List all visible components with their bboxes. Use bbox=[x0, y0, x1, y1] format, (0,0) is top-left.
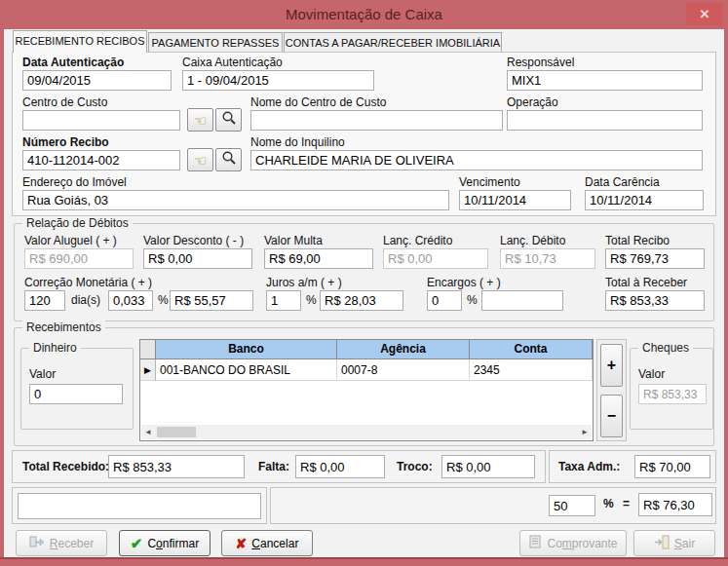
recebimentos-legend: Recebimentos bbox=[22, 321, 105, 334]
juros-label: Juros a/m ( + ) bbox=[266, 277, 342, 289]
total-receber-input[interactable] bbox=[605, 290, 705, 311]
comprovante-button: Comprovante bbox=[519, 530, 627, 556]
juros-valor-input[interactable] bbox=[320, 290, 403, 311]
lanc-credito-input bbox=[383, 248, 488, 269]
remove-row-button[interactable]: − bbox=[600, 395, 623, 437]
percent-input[interactable] bbox=[549, 495, 595, 516]
data-autenticacao-input[interactable] bbox=[22, 70, 172, 91]
totals-panel: Total Recebido: Falta: Troco: bbox=[12, 450, 546, 483]
data-carencia-label: Data Carência bbox=[585, 176, 660, 189]
juros-percent-sign: % bbox=[306, 294, 317, 307]
valor-aluguel-label: Valor Aluguel ( + ) bbox=[24, 235, 117, 247]
grid-indicator-header bbox=[140, 340, 156, 359]
correcao-percent-sign: % bbox=[158, 294, 169, 307]
debitos-groupbox: Relação de Débitos Valor Aluguel ( + ) V… bbox=[14, 223, 714, 321]
numero-recibo-input[interactable] bbox=[22, 150, 180, 170]
grid-buttons-strip: + − bbox=[596, 339, 627, 441]
total-recebido-input[interactable] bbox=[108, 455, 245, 478]
grid-row-banco-brasil[interactable]: ▶ 001-BANCO DO BRASIL 0007-8 2345 bbox=[140, 359, 593, 381]
numero-recibo-label: Número Recibo bbox=[22, 136, 109, 149]
lanc-debito-input bbox=[500, 248, 595, 269]
grid-cell-conta[interactable]: 2345 bbox=[470, 359, 593, 381]
correcao-monetaria-label: Correção Monetária ( + ) bbox=[24, 277, 152, 289]
falta-input[interactable] bbox=[295, 455, 385, 478]
identification-panel: Data Autenticação Caixa Autenticação Res… bbox=[12, 52, 716, 216]
correcao-dias-suffix: dia(s) bbox=[71, 294, 100, 307]
grid-cell-banco[interactable]: 001-BANCO DO BRASIL bbox=[156, 359, 337, 381]
endereco-imovel-input[interactable] bbox=[22, 190, 449, 210]
troco-input[interactable] bbox=[441, 455, 535, 478]
data-carencia-input[interactable] bbox=[585, 190, 704, 210]
numero-recibo-pick-button[interactable]: ☜ bbox=[187, 148, 213, 171]
correcao-taxa-input[interactable] bbox=[108, 290, 153, 311]
correcao-valor-input[interactable] bbox=[170, 290, 253, 311]
scrollbar-thumb[interactable] bbox=[157, 427, 196, 437]
close-icon: ✕ bbox=[700, 7, 710, 21]
dinheiro-valor-label: Valor bbox=[29, 368, 56, 381]
valor-aluguel-input bbox=[24, 248, 134, 269]
scroll-right-icon[interactable]: ► bbox=[578, 428, 592, 436]
encargos-percent-sign: % bbox=[467, 294, 478, 307]
taxa-adm-label: Taxa Adm.: bbox=[558, 461, 620, 473]
caixa-autenticacao-input[interactable] bbox=[182, 70, 374, 91]
sair-label: Sair bbox=[674, 537, 695, 550]
cheques-groupbox: Cheques Valor bbox=[630, 348, 713, 430]
exit-door-icon bbox=[654, 535, 670, 552]
numero-recibo-search-button[interactable] bbox=[215, 148, 242, 171]
vencimento-label: Vencimento bbox=[459, 176, 520, 189]
encargos-valor-input[interactable] bbox=[481, 290, 563, 311]
correcao-dias-input[interactable] bbox=[24, 290, 65, 311]
dinheiro-valor-input[interactable] bbox=[29, 384, 123, 404]
bottom-border-line bbox=[0, 557, 728, 559]
tab-recebimento-recibos[interactable]: RECEBIMENTO RECIBOS bbox=[13, 30, 147, 53]
tab-pagamento-repasses[interactable]: PAGAMENTO REPASSES bbox=[148, 32, 283, 53]
comprovante-label: Comprovante bbox=[547, 537, 617, 550]
dialog-window: Movimentação de Caixa ✕ RECEBIMENTO RECI… bbox=[0, 0, 728, 566]
valor-multa-label: Valor Multa bbox=[264, 235, 323, 247]
scroll-left-icon[interactable]: ◄ bbox=[141, 428, 155, 436]
responsavel-input[interactable] bbox=[507, 70, 703, 91]
centro-custo-label: Centro de Custo bbox=[22, 96, 107, 109]
total-recibo-input[interactable] bbox=[605, 248, 705, 269]
juros-taxa-input[interactable] bbox=[266, 290, 301, 311]
close-button[interactable]: ✕ bbox=[686, 3, 723, 25]
dinheiro-legend: Dinheiro bbox=[29, 341, 81, 355]
centro-custo-search-button[interactable] bbox=[215, 108, 242, 132]
lanc-debito-label: Lanç. Débito bbox=[500, 235, 565, 247]
percentual-panel: % = bbox=[270, 487, 716, 524]
receber-button: Receber bbox=[16, 530, 107, 556]
cross-icon: ✘ bbox=[236, 537, 248, 550]
debitos-legend: Relação de Débitos bbox=[22, 216, 133, 230]
cancelar-button[interactable]: ✘ Cancelar bbox=[221, 530, 313, 556]
grid-col-agencia: Agência bbox=[337, 340, 470, 359]
total-recebido-label: Total Recebido: bbox=[22, 461, 109, 473]
responsavel-label: Responsável bbox=[507, 57, 574, 69]
taxa-adm-input[interactable] bbox=[634, 455, 710, 478]
encargos-taxa-input[interactable] bbox=[427, 290, 462, 311]
valor-multa-input[interactable] bbox=[264, 248, 373, 269]
grid-cell-agencia[interactable]: 0007-8 bbox=[337, 359, 470, 381]
comprovante-icon bbox=[528, 535, 542, 552]
add-row-button[interactable]: + bbox=[600, 344, 623, 387]
operacao-input[interactable] bbox=[507, 110, 703, 131]
nome-centro-custo-input[interactable] bbox=[250, 110, 503, 131]
grid-horizontal-scrollbar[interactable]: ◄ ► bbox=[141, 425, 592, 439]
row-indicator-icon: ▶ bbox=[140, 359, 156, 381]
tab-contas-pagar-receber[interactable]: CONTAS A PAGAR/RECEBER IMOBILIÁRIA bbox=[284, 32, 502, 53]
nome-inquilino-input[interactable] bbox=[250, 150, 703, 170]
magnifier-icon bbox=[221, 110, 237, 130]
valor-desconto-label: Valor Desconto ( - ) bbox=[143, 235, 244, 247]
centro-custo-pick-button[interactable]: ☜ bbox=[187, 108, 213, 132]
check-icon: ✔ bbox=[131, 536, 143, 550]
percent-result-input[interactable] bbox=[638, 493, 712, 516]
operacao-label: Operação bbox=[507, 96, 558, 109]
encargos-label: Encargos ( + ) bbox=[427, 277, 501, 289]
total-receber-label: Total à Receber bbox=[605, 277, 687, 289]
recebimentos-groupbox: Recebimentos Dinheiro Valor Banco Agênci… bbox=[14, 327, 714, 446]
confirmar-button[interactable]: ✔ Confirmar bbox=[119, 530, 211, 556]
grid-header-row: Banco Agência Conta bbox=[140, 340, 593, 359]
centro-custo-input[interactable] bbox=[22, 110, 180, 131]
observacao-input[interactable] bbox=[18, 493, 261, 519]
valor-desconto-input[interactable] bbox=[143, 248, 252, 269]
vencimento-input[interactable] bbox=[459, 190, 571, 210]
